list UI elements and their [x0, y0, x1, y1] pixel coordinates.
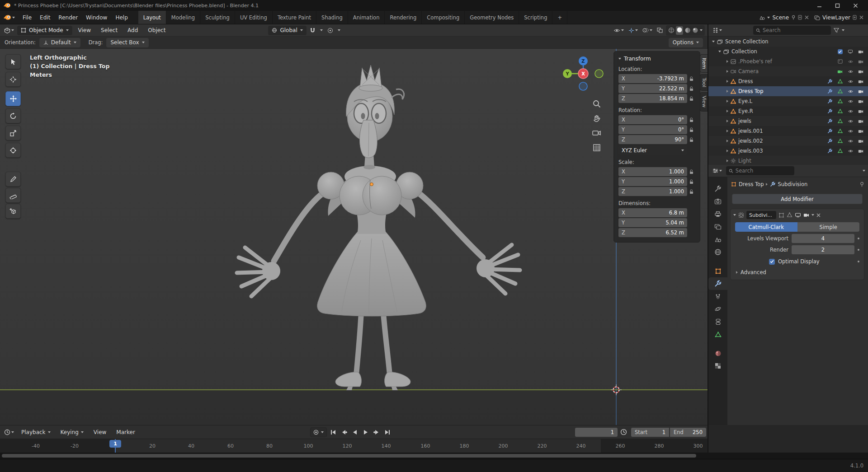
current-frame-field[interactable]: 1 — [575, 428, 618, 437]
options-dropdown[interactable]: Options — [669, 38, 703, 47]
scale-x-field[interactable]: X1.000 — [618, 167, 687, 176]
tab-scene[interactable] — [708, 233, 727, 246]
disable-render-icon[interactable] — [858, 129, 863, 133]
navigation-gizmo[interactable]: Z Y X — [558, 53, 610, 96]
menu-file[interactable]: File — [19, 11, 36, 24]
mode-dropdown[interactable]: Object Mode — [17, 26, 72, 35]
render-display-icon[interactable] — [803, 213, 809, 217]
jump-to-start-button[interactable] — [328, 428, 338, 437]
expand-icon[interactable] — [726, 150, 728, 152]
view-layer-selector[interactable]: ViewLayer — [811, 14, 868, 21]
unlink-scene-icon[interactable] — [805, 15, 809, 19]
play-button[interactable] — [361, 428, 370, 437]
rotation-y-field[interactable]: Y0° — [618, 125, 687, 134]
drag-dropdown[interactable]: Select Box — [106, 38, 148, 47]
lock-icon[interactable] — [689, 189, 693, 194]
disable-render-icon[interactable] — [858, 99, 863, 103]
orientation-dropdown[interactable]: Default — [39, 38, 80, 47]
tab-constraints[interactable] — [708, 315, 727, 328]
editor-type-button[interactable] — [3, 26, 15, 35]
hide-viewport-icon[interactable] — [848, 109, 854, 113]
frame-end-field[interactable]: End250 — [670, 428, 706, 437]
hide-viewport-icon[interactable] — [848, 149, 854, 153]
new-view-layer-icon[interactable] — [853, 15, 857, 20]
object-visibility-dropdown[interactable] — [612, 26, 625, 35]
workspace-tab-modeling[interactable]: Modeling — [166, 11, 200, 24]
workspace-tab-shading[interactable]: Shading — [316, 11, 348, 24]
workspace-tab-uv-editing[interactable]: UV Editing — [235, 11, 273, 24]
tool-rotate[interactable] — [5, 108, 21, 123]
levels-viewport-field[interactable]: 4 — [792, 234, 854, 243]
outliner-row-dress[interactable]: Dress — [708, 76, 868, 86]
add-modifier-button[interactable]: Add Modifier — [732, 194, 863, 204]
expand-icon[interactable] — [726, 130, 728, 132]
menu-playback[interactable]: Playback — [17, 425, 55, 439]
outliner-row-eye-r[interactable]: Eye.R — [708, 106, 868, 116]
tab-render[interactable] — [708, 195, 727, 208]
ortho-persp-toggle-button[interactable] — [592, 143, 601, 154]
menu-view[interactable]: View — [74, 24, 95, 36]
workspace-tab-animation[interactable]: Animation — [348, 11, 385, 24]
transform-orientation-dropdown[interactable]: Global — [268, 26, 306, 35]
disable-render-icon[interactable] — [858, 149, 863, 153]
frame-start-field[interactable]: Start1 — [631, 428, 669, 437]
workspace-tab-scripting[interactable]: Scripting — [519, 11, 552, 24]
tool-annotate[interactable] — [5, 172, 21, 187]
shading-wireframe-icon[interactable] — [668, 27, 675, 33]
close-button[interactable] — [846, 0, 864, 11]
menu-select[interactable]: Select — [97, 24, 122, 36]
menu-render[interactable]: Render — [54, 11, 82, 24]
expand-icon[interactable] — [726, 110, 728, 112]
tab-object-data[interactable] — [708, 328, 727, 341]
use-preview-range-icon[interactable] — [620, 429, 627, 435]
snap-options-dropdown[interactable] — [319, 26, 324, 35]
dimensions-x-field[interactable]: X6.8 m — [618, 208, 687, 217]
catmull-clark-button[interactable]: Catmull-Clark — [735, 222, 797, 232]
filter-icon[interactable] — [834, 28, 839, 33]
hide-viewport-icon[interactable] — [848, 129, 854, 133]
tab-tool[interactable] — [708, 182, 727, 195]
menu-object[interactable]: Object — [144, 24, 170, 36]
chevron-down-icon[interactable] — [700, 29, 703, 31]
outliner-row-light[interactable]: Light — [708, 156, 868, 165]
overlays-toggle[interactable] — [641, 26, 654, 35]
outliner-editor-type-button[interactable] — [711, 26, 723, 35]
tab-output[interactable] — [708, 208, 727, 220]
jump-prev-keyframe-button[interactable] — [339, 428, 349, 437]
lock-icon[interactable] — [689, 86, 693, 91]
jump-to-end-button[interactable] — [382, 428, 392, 437]
realtime-display-icon[interactable] — [795, 212, 801, 218]
outliner-row-scene-collection[interactable]: Scene Collection — [708, 37, 868, 47]
shading-solid-icon[interactable] — [676, 27, 683, 33]
outliner-row-jewls-002[interactable]: jewls.002 — [708, 136, 868, 146]
tab-material[interactable] — [708, 347, 727, 360]
tool-move[interactable] — [5, 91, 21, 106]
tab-world[interactable] — [708, 246, 727, 258]
workspace-tab-sculpting[interactable]: Sculpting — [200, 11, 235, 24]
modifier-name-field[interactable]: Subdivi... — [746, 211, 776, 219]
advanced-subpanel-toggle[interactable]: Advanced — [736, 269, 864, 276]
menu-help[interactable]: Help — [111, 11, 132, 24]
location-y-field[interactable]: Y22.522 m — [618, 84, 687, 93]
tool-select-box[interactable] — [5, 54, 21, 69]
properties-editor-type-button[interactable] — [711, 166, 723, 176]
tool-transform[interactable] — [5, 143, 21, 158]
dimensions-z-field[interactable]: Z6.52 m — [618, 228, 687, 237]
viewport-3d[interactable]: Left Orthographic (1) Collection | Dress… — [0, 49, 708, 425]
new-scene-icon[interactable] — [798, 15, 802, 20]
pin-icon[interactable] — [791, 15, 796, 20]
workspace-tab-compositing[interactable]: Compositing — [422, 11, 465, 24]
workspace-tab-texture-paint[interactable]: Texture Paint — [273, 11, 316, 24]
timeline-ruler[interactable]: -40 -20 0 20 40 60 80 100 120 140 160 18… — [0, 439, 708, 453]
outliner-row-jewls-003[interactable]: jewls.003 — [708, 146, 868, 156]
add-workspace-button[interactable]: + — [552, 11, 567, 24]
tab-object[interactable] — [708, 265, 727, 277]
location-z-field[interactable]: Z18.854 m — [618, 94, 687, 103]
disable-render-icon[interactable] — [858, 139, 863, 143]
hide-viewport-icon[interactable] — [848, 60, 854, 64]
sidebar-tab-view[interactable]: View — [700, 92, 708, 111]
menu-marker[interactable]: Marker — [112, 425, 139, 439]
lock-icon[interactable] — [689, 169, 693, 174]
properties-search-input[interactable] — [736, 168, 792, 174]
outliner-row-jewls[interactable]: jewls — [708, 116, 868, 126]
